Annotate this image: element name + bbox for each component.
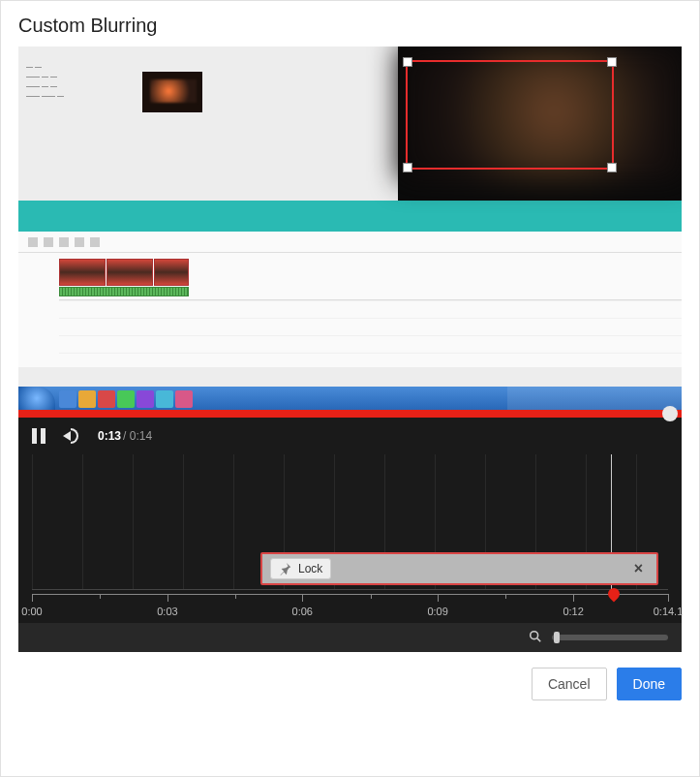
- blur-region-bar[interactable]: Lock ×: [260, 552, 658, 585]
- resize-handle-bottom-left[interactable]: [403, 163, 412, 172]
- timeline-clip: [107, 259, 153, 286]
- done-button[interactable]: Done: [617, 668, 682, 700]
- blur-timeline-grid[interactable]: Lock ×: [32, 454, 668, 590]
- pin-icon: [279, 562, 292, 575]
- windows-taskbar: [18, 387, 682, 410]
- start-button-icon: [18, 387, 55, 410]
- page-title: Custom Blurring: [18, 15, 682, 37]
- ruler-label: 0:00: [21, 606, 42, 617]
- lock-label: Lock: [298, 562, 322, 575]
- timeline-ruler[interactable]: 0:00 0:03 0:06 0:09 0:12 0:14.1: [32, 592, 668, 619]
- video-progress-bar[interactable]: [18, 410, 682, 418]
- blur-selection-rect[interactable]: [406, 60, 614, 170]
- editor-tool-ribbon: [18, 201, 682, 232]
- player-controls: 0:13/ 0:14: [18, 418, 682, 454]
- blur-timeline-panel: Lock × 0:00 0:03 0:06 0:09 0:12 0:14.1: [18, 454, 682, 652]
- search-icon[interactable]: [529, 630, 542, 646]
- media-thumbnail: [142, 72, 202, 112]
- timeline-clip: [154, 259, 189, 286]
- ruler-label: 0:12: [563, 606, 583, 617]
- svg-line-1: [537, 637, 541, 641]
- pause-button[interactable]: [32, 428, 46, 444]
- timeline-empty-tracks: [59, 299, 682, 367]
- editor-menu-bar: [26, 52, 390, 56]
- volume-icon[interactable]: [63, 428, 80, 444]
- lock-button[interactable]: Lock: [270, 558, 331, 579]
- dialog-footer: Cancel Done: [1, 652, 699, 716]
- resize-handle-bottom-right[interactable]: [607, 163, 617, 172]
- progress-scrubber[interactable]: [662, 406, 678, 421]
- timeline-clip: [59, 259, 106, 286]
- video-preview-area: — — —— — — —— — — —— —— —: [18, 47, 682, 410]
- resize-handle-top-left[interactable]: [403, 57, 412, 67]
- editor-timeline-panel: [18, 232, 682, 367]
- close-icon[interactable]: ×: [628, 560, 649, 577]
- ruler-label: 0:09: [427, 606, 447, 617]
- total-time: 0:14: [130, 429, 152, 443]
- zoom-slider[interactable]: [552, 635, 668, 640]
- time-display: 0:13/ 0:14: [98, 429, 152, 443]
- media-file-list: — — —— — — —— — — —— —— —: [26, 62, 390, 101]
- editor-media-panel: — — —— — — —— — — —— —— —: [18, 47, 398, 201]
- svg-point-0: [531, 631, 538, 638]
- timeline-audio-track: [59, 287, 189, 296]
- ruler-label: 0:06: [292, 606, 313, 617]
- system-tray: [507, 387, 682, 410]
- custom-blurring-dialog: Custom Blurring — — —— — — —— — — —— —— …: [0, 0, 700, 777]
- editor-top-panel: — — —— — — —— — — —— —— —: [18, 47, 682, 201]
- zoom-controls: [18, 623, 682, 652]
- timeline-toolbar: [18, 232, 682, 253]
- zoom-slider-thumb[interactable]: [554, 632, 560, 643]
- timeline-video-clips: [59, 259, 189, 286]
- taskbar-pinned-icons: [59, 390, 193, 408]
- dialog-header: Custom Blurring: [1, 1, 699, 47]
- preview-monitor: [398, 47, 682, 201]
- resize-handle-top-right[interactable]: [607, 57, 617, 67]
- cancel-button[interactable]: Cancel: [532, 668, 607, 700]
- ruler-label: 0:03: [157, 606, 177, 617]
- ruler-label: 0:14.1: [654, 606, 684, 617]
- current-time: 0:13: [98, 429, 121, 443]
